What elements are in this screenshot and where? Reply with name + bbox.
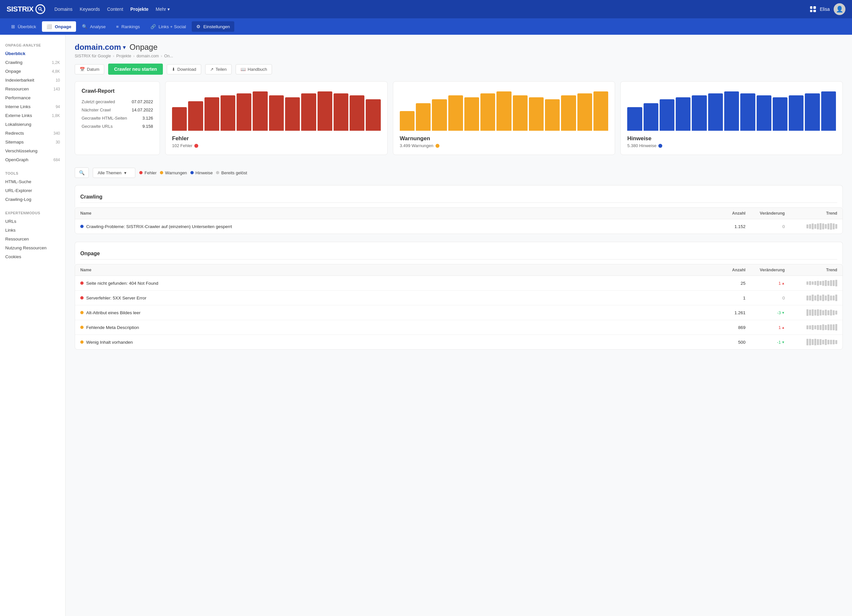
table-row[interactable]: Seite nicht gefunden: 404 Not Found251 ▲	[75, 276, 843, 291]
nav-uberblick[interactable]: ⊞ Überblick	[6, 21, 41, 32]
datum-button[interactable]: 📅 Datum	[75, 64, 104, 74]
nav-rankings[interactable]: ≡ Rankings	[112, 22, 145, 32]
filter-bar: 🔍 Alle Themen ▾ Fehler Warnungen Hinweis…	[75, 163, 843, 183]
sidebar-item-links[interactable]: Links	[0, 226, 65, 235]
chevron-down-icon: ▾	[168, 6, 170, 12]
metric-bars-1	[400, 88, 609, 131]
table-row[interactable]: Serverfehler: 5XX Server Error10	[75, 291, 843, 305]
toolbar: 📅 Datum Crawler neu starten ⬇ Download ↗…	[75, 63, 843, 75]
nav-mehr[interactable]: Mehr ▾	[156, 6, 170, 12]
sidebar-onpage-title: ONPAGE-ANALYSE	[0, 40, 65, 49]
logo[interactable]: SISTRIX	[6, 4, 45, 14]
breadcrumb-on[interactable]: On...	[164, 54, 173, 58]
sidebar-item-redirects[interactable]: Redirects 340	[0, 129, 65, 137]
sidebar-item-onpage[interactable]: Onpage 4,8K	[0, 67, 65, 76]
sidebar-item-cookies[interactable]: Cookies	[0, 252, 65, 261]
sidebar-item-nutzung-ressourcen[interactable]: Nutzung Ressourcen	[0, 243, 65, 252]
nav-content[interactable]: Content	[107, 6, 123, 12]
filter-tag-hinweise[interactable]: Hinweise	[190, 171, 213, 175]
avatar[interactable]: 👤	[834, 3, 846, 15]
filter-tag-geloest[interactable]: Bereits gelöst	[216, 171, 247, 175]
sidebar-item-ressourcen-expert[interactable]: Ressourcen	[0, 235, 65, 243]
page-title: Onpage	[130, 42, 157, 52]
row-change: 1 ▲	[745, 325, 785, 330]
calendar-icon: 📅	[80, 67, 85, 72]
table-row[interactable]: Crawling-Probleme: SISTRIX-Crawler auf (…	[75, 219, 843, 234]
metric-card-hinweise[interactable]: Hinweise5.380 Hinweise	[620, 81, 843, 155]
table-row[interactable]: Alt-Attribut eines Bildes leer1.261-3 ▼	[75, 305, 843, 320]
nav-analyse[interactable]: 🔍 Analyse	[77, 21, 110, 32]
table-header-0: NameAnzahlVeränderungTrend	[75, 208, 843, 219]
filter-tag-fehler[interactable]: Fehler	[139, 171, 157, 175]
main-layout: ONPAGE-ANALYSE Überblick Crawling 1,2K O…	[0, 35, 852, 616]
top-nav-left: SISTRIX Domains Keywords Content Projekt…	[6, 4, 170, 14]
row-change: -3 ▼	[745, 310, 785, 315]
sidebar-item-performance[interactable]: Performance	[0, 94, 65, 102]
handbuch-button[interactable]: 📖 Handbuch	[236, 64, 272, 74]
sidebar-item-uberblick[interactable]: Überblick	[0, 49, 65, 58]
nav-onpage[interactable]: ⬜ Onpage	[42, 21, 76, 32]
crawler-button[interactable]: Crawler neu starten	[108, 63, 163, 75]
top-navigation: SISTRIX Domains Keywords Content Projekt…	[0, 0, 852, 18]
nav-domains[interactable]: Domains	[54, 6, 73, 12]
section-header-1: Onpage	[75, 242, 843, 264]
row-dot	[80, 326, 83, 329]
sidebar-item-opengraph[interactable]: OpenGraph 684	[0, 155, 65, 164]
row-change: 0	[745, 296, 785, 300]
link-icon: 🔗	[150, 24, 156, 29]
row-name-cell: Crawling-Probleme: SISTRIX-Crawler auf (…	[80, 224, 713, 229]
filter-dropdown[interactable]: Alle Themen ▾	[93, 168, 135, 178]
crawl-row-2: Gecrawlte HTML-Seiten 3.126	[82, 116, 153, 121]
row-trend	[785, 324, 837, 331]
row-count: 25	[713, 281, 745, 286]
row-name-text: Alt-Attribut eines Bildes leer	[86, 310, 140, 315]
row-name-text: Seite nicht gefunden: 404 Not Found	[86, 281, 158, 286]
sidebar-item-crawling[interactable]: Crawling 1,2K	[0, 58, 65, 67]
row-dot	[80, 296, 83, 299]
teilen-button[interactable]: ↗ Teilen	[205, 64, 232, 74]
sidebar-item-url-explorer[interactable]: URL-Explorer	[0, 186, 65, 195]
sidebar-item-html-suche[interactable]: HTML-Suche	[0, 177, 65, 186]
gear-icon: ⚙	[196, 24, 201, 29]
table-col-1: Anzahl	[713, 268, 745, 272]
metric-card-fehler[interactable]: Fehler102 Fehler	[165, 81, 388, 155]
dropdown-icon[interactable]: ▾	[123, 44, 125, 50]
metric-card-warnungen[interactable]: Warnungen3.499 Warnungen	[393, 81, 615, 155]
breadcrumb-projekte[interactable]: Projekte	[116, 54, 131, 58]
row-name-text: Serverfehler: 5XX Server Error	[86, 296, 147, 300]
sidebar-item-urls[interactable]: URLs	[0, 217, 65, 226]
sidebar-expert-title: EXPERTENMODUS	[0, 208, 65, 217]
download-icon: ⬇	[172, 67, 175, 72]
filter-tag-warnungen[interactable]: Warnungen	[160, 171, 187, 175]
filter-tags: Fehler Warnungen Hinweise Bereits gelöst	[139, 171, 247, 175]
table-col-0: Name	[80, 268, 713, 272]
row-count: 869	[713, 325, 745, 330]
sidebar-item-sitemaps[interactable]: Sitemaps 30	[0, 137, 65, 146]
table-row[interactable]: Wenig Inhalt vorhanden500-1 ▼	[75, 335, 843, 349]
breadcrumb-sistrix[interactable]: SISTRIX für Google	[75, 54, 111, 58]
row-dot	[80, 311, 83, 314]
table-row[interactable]: Fehlende Meta Description8691 ▲	[75, 320, 843, 335]
nav-projekte[interactable]: Projekte	[130, 6, 148, 12]
sidebar-item-lokalisierung[interactable]: Lokalisierung	[0, 120, 65, 129]
nav-keywords[interactable]: Keywords	[80, 6, 100, 12]
filter-search[interactable]: 🔍	[75, 168, 89, 178]
nav-einstellungen[interactable]: ⚙ Einstellungen	[192, 21, 234, 32]
row-count: 1	[713, 296, 745, 300]
sidebar-item-interne-links[interactable]: Interne Links 94	[0, 102, 65, 111]
chevron-down-icon: ▾	[124, 171, 127, 175]
grid-icon[interactable]	[810, 6, 816, 12]
sidebar-item-verschlusselung[interactable]: Verschlüsselung	[0, 146, 65, 155]
row-name-text: Crawling-Probleme: SISTRIX-Crawler auf (…	[86, 224, 232, 229]
section-0: CrawlingNameAnzahlVeränderungTrendCrawli…	[75, 185, 843, 234]
row-trend	[785, 223, 837, 230]
breadcrumb-domain[interactable]: domain.com	[137, 54, 159, 58]
download-button[interactable]: ⬇ Download	[167, 64, 201, 74]
sidebar-item-externe-links[interactable]: Externe Links 1,8K	[0, 111, 65, 120]
page-header: domain.com ▾ Onpage	[75, 42, 843, 52]
sidebar-item-ressourcen[interactable]: Ressourcen 143	[0, 85, 65, 94]
sidebar-item-crawling-log[interactable]: Crawling-Log	[0, 195, 65, 204]
table-col-3: Trend	[785, 268, 837, 272]
sidebar-item-indexierbarkeit[interactable]: Indexierbarkeit 10	[0, 76, 65, 85]
nav-links-social[interactable]: 🔗 Links + Social	[146, 21, 191, 32]
